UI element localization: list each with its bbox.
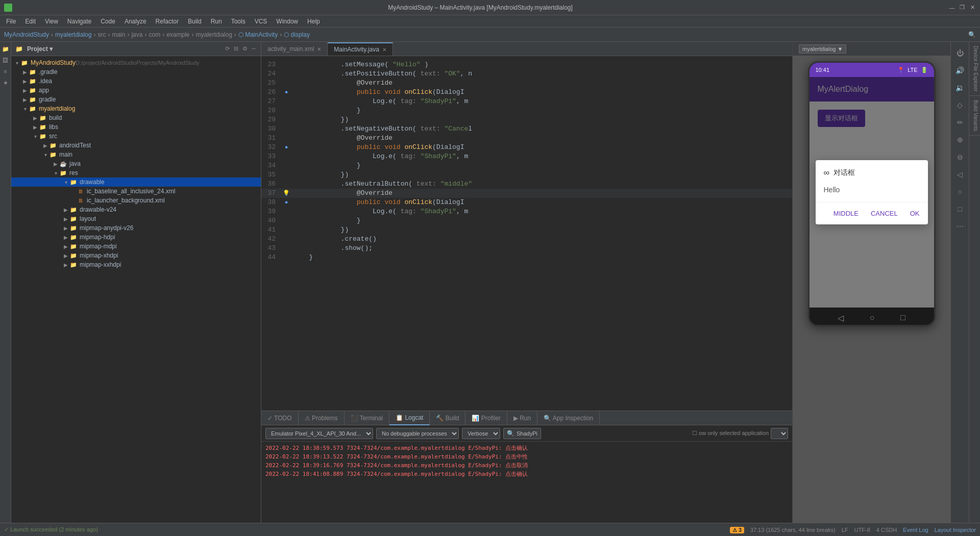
device-selector[interactable]: Emulator Pixel_4_XL_API_30 And... <box>265 428 373 439</box>
tab-build[interactable]: 🔨 Build <box>430 411 465 425</box>
breadcrumb-item[interactable]: main <box>112 31 125 38</box>
dialog-cancel-button[interactable]: CANCEL <box>867 207 902 220</box>
minimize-button[interactable]: — <box>948 4 955 11</box>
zoom-in-button[interactable]: ⊕ <box>953 133 967 147</box>
close-tab-icon[interactable]: ✕ <box>317 46 321 52</box>
level-selector[interactable]: Verbose <box>462 428 500 439</box>
app-filter[interactable] <box>771 428 788 439</box>
tab-activity-main[interactable]: activity_main.xml ✕ <box>261 42 328 56</box>
tree-item-mipmap-xhdpi[interactable]: ▶ 📁 mipmap-xhdpi <box>11 251 261 260</box>
event-log-link[interactable]: Event Log <box>903 527 928 533</box>
menu-item-code[interactable]: Code <box>96 17 119 26</box>
breadcrumb-item[interactable]: myalertdialog <box>195 31 232 38</box>
tab-profiler[interactable]: 📊 Profiler <box>465 411 507 425</box>
favorites-icon[interactable]: ★ <box>1 78 11 88</box>
menu-item-analyze[interactable]: Analyze <box>120 17 151 26</box>
resource-manager-icon[interactable]: 🖼 <box>1 55 11 65</box>
only-selected-checkbox[interactable]: ☐ ow only selected application <box>692 430 769 437</box>
menu-item-help[interactable]: Help <box>303 17 324 26</box>
tree-item-res[interactable]: ▾ 📁 res <box>11 168 261 177</box>
sync-icon[interactable]: ⟳ <box>224 44 231 53</box>
structure-icon[interactable]: ≡ <box>1 66 11 76</box>
tree-item-libs[interactable]: ▶ 📁 libs <box>11 122 261 132</box>
close-button[interactable]: ✕ <box>969 4 976 11</box>
volume-down-button[interactable]: 🔉 <box>953 81 967 95</box>
layout-inspector-link[interactable]: Layout Inspector <box>935 527 976 533</box>
breadcrumb-item[interactable]: MyAndroidStudy <box>4 31 49 38</box>
tree-item-src[interactable]: ▾ 📁 src <box>11 132 261 141</box>
tab-logcat[interactable]: 📋 Logcat <box>389 411 430 425</box>
volume-up-button[interactable]: 🔊 <box>953 63 967 78</box>
tree-item-idea[interactable]: ▶ 📁 .idea <box>11 76 261 86</box>
menu-item-view[interactable]: View <box>41 17 62 26</box>
breadcrumb-item[interactable]: ⬡ display <box>284 31 310 38</box>
tree-item-mipmap-xxhdpi[interactable]: ▶ 📁 mipmap-xxhdpi <box>11 260 261 269</box>
device-selector-label[interactable]: myalertdialog ▼ <box>799 44 846 54</box>
tree-item-layout[interactable]: ▶ 📁 layout <box>11 214 261 223</box>
breadcrumb-item[interactable]: com <box>149 31 160 38</box>
encoding[interactable]: UTF-8 <box>854 527 870 533</box>
warning-badge[interactable]: ⚠ 3 <box>730 527 744 533</box>
home-button[interactable]: ○ <box>870 313 875 322</box>
menu-item-window[interactable]: Window <box>272 17 302 26</box>
tree-item-mipmap-anydpi[interactable]: ▶ 📁 mipmap-anydpi-v26 <box>11 223 261 233</box>
zoom-out-button[interactable]: ⊖ <box>953 150 967 164</box>
tree-item-androidtest[interactable]: ▶ 📁 androidTest <box>11 141 261 150</box>
code-editor[interactable]: 23 .setMessage( "Hello" ) 24 .setPositiv… <box>261 56 792 411</box>
tree-item-root[interactable]: ▾ 📁 MyAndroidStudy D:/project/AndroidStu… <box>11 58 261 67</box>
device-file-explorer-label[interactable]: Device File Explorer <box>969 42 980 96</box>
breadcrumb-item[interactable]: java <box>131 31 142 38</box>
tree-item-mipmap-mdpi[interactable]: ▶ 📁 mipmap-mdpi <box>11 242 261 251</box>
menu-item-tools[interactable]: Tools <box>227 17 250 26</box>
dialog-ok-button[interactable]: OK <box>906 207 924 220</box>
rotate-button[interactable]: ◇ <box>953 98 967 112</box>
breadcrumb-item[interactable]: ⬡ MainActivity <box>238 31 278 38</box>
menu-item-vcs[interactable]: VCS <box>251 17 272 26</box>
menu-item-run[interactable]: Run <box>207 17 226 26</box>
menu-item-edit[interactable]: Edit <box>21 17 40 26</box>
power-button[interactable]: ⏻ <box>953 46 967 60</box>
minimize-panel-icon[interactable]: ─ <box>251 44 257 53</box>
tree-item-myalertdialog[interactable]: ▾ 📁 myalertdialog <box>11 104 261 113</box>
tab-todo[interactable]: ✓ TODO <box>261 411 299 425</box>
indent-info[interactable]: 4 CSDH <box>876 527 897 533</box>
tree-item-drawable-v24[interactable]: ▶ 📁 drawable-v24 <box>11 205 261 214</box>
build-variants-label[interactable]: Build Variants <box>969 96 980 136</box>
tree-item-java[interactable]: ▶ ☕ java <box>11 159 261 168</box>
screenshot-button[interactable]: ✏ <box>953 115 967 130</box>
tab-run[interactable]: ▶ Run <box>507 411 537 425</box>
tree-item-file2[interactable]: 🗎 ic_launcher_background.xml <box>11 196 261 205</box>
more-button[interactable]: ⋯ <box>953 219 967 234</box>
tab-terminal[interactable]: ⬛ Terminal <box>345 411 389 425</box>
recents-button[interactable]: □ <box>900 313 905 322</box>
process-selector[interactable]: No debuggable processes <box>376 428 459 439</box>
close-tab-icon[interactable]: ✕ <box>382 47 386 53</box>
tree-item-mipmap-hdpi[interactable]: ▶ 📁 mipmap-hdpi <box>11 233 261 242</box>
collapse-all-icon[interactable]: ⊟ <box>233 44 239 53</box>
tree-item-app[interactable]: ▶ 📁 app <box>11 86 261 95</box>
tab-problems[interactable]: ⚠ Problems <box>299 411 345 425</box>
line-ending[interactable]: LF <box>842 527 848 533</box>
menu-item-build[interactable]: Build <box>184 17 206 26</box>
breadcrumb-item[interactable]: src <box>97 31 106 38</box>
settings-icon[interactable]: ⚙ <box>241 44 249 53</box>
breadcrumb-item[interactable]: example <box>166 31 189 38</box>
breadcrumb-item[interactable]: myalertdialog <box>55 31 91 38</box>
menu-item-refactor[interactable]: Refactor <box>152 17 183 26</box>
back-button[interactable]: ◁ <box>838 313 844 323</box>
tree-item-gradle2[interactable]: ▶ 📁 gradle <box>11 95 261 104</box>
recents-nav-button[interactable]: □ <box>953 202 967 216</box>
tree-item-file1[interactable]: 🗎 ic_baseline_all_inclusive_24.xml <box>11 187 261 196</box>
project-sidebar-toggle[interactable]: 📁 <box>1 44 11 54</box>
tab-mainactivity[interactable]: MainActivity.java ✕ <box>328 42 393 56</box>
menu-item-navigate[interactable]: Navigate <box>63 17 95 26</box>
home-nav-button[interactable]: ○ <box>953 185 967 199</box>
maximize-button[interactable]: ❐ <box>959 4 966 11</box>
dialog-middle-button[interactable]: MIDDLE <box>829 207 863 220</box>
tree-item-main[interactable]: ▾ 📁 main <box>11 150 261 159</box>
back-nav-button[interactable]: ◁ <box>953 167 967 182</box>
tree-item-build[interactable]: ▶ 📁 build <box>11 113 261 122</box>
tree-item-drawable[interactable]: ▾ 📁 drawable <box>11 177 261 187</box>
tab-app-inspection[interactable]: 🔍 App Inspection <box>537 411 600 425</box>
menu-item-file[interactable]: File <box>2 17 20 26</box>
